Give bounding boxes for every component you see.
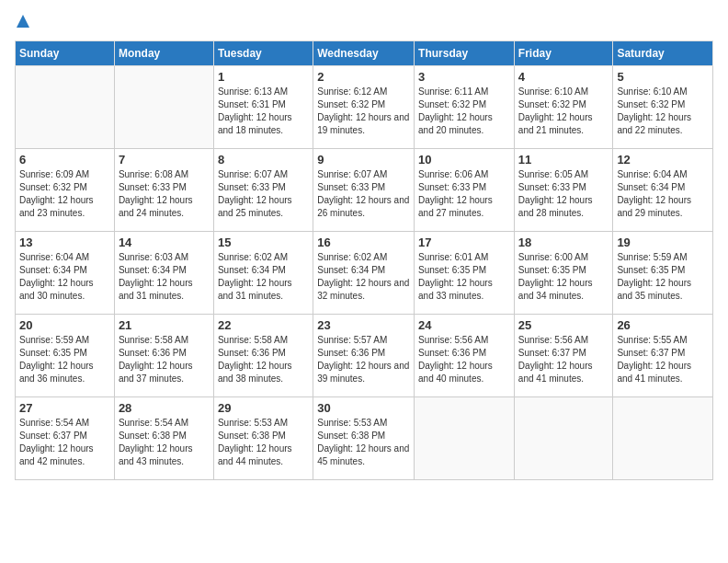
- calendar-cell: 20Sunrise: 5:59 AMSunset: 6:35 PMDayligh…: [16, 314, 115, 396]
- calendar-cell: 7Sunrise: 6:08 AMSunset: 6:33 PMDaylight…: [114, 148, 213, 231]
- calendar-cell: 11Sunrise: 6:05 AMSunset: 6:33 PMDayligh…: [514, 148, 613, 231]
- day-info: Sunrise: 6:10 AMSunset: 6:32 PMDaylight:…: [518, 86, 609, 137]
- day-info: Sunrise: 6:03 AMSunset: 6:34 PMDaylight:…: [119, 251, 210, 303]
- day-number: 8: [218, 153, 309, 167]
- day-info: Sunrise: 5:54 AMSunset: 6:38 PMDaylight:…: [119, 417, 210, 468]
- calendar-week-row: 27Sunrise: 5:54 AMSunset: 6:37 PMDayligh…: [16, 396, 713, 479]
- day-number: 14: [119, 236, 210, 249]
- day-number: 7: [119, 153, 210, 167]
- calendar-table: SundayMondayTuesdayWednesdayThursdayFrid…: [15, 40, 713, 480]
- day-number: 9: [317, 153, 410, 167]
- calendar-cell: 19Sunrise: 5:59 AMSunset: 6:35 PMDayligh…: [613, 231, 713, 314]
- calendar-cell: 27Sunrise: 5:54 AMSunset: 6:37 PMDayligh…: [16, 396, 115, 479]
- day-info: Sunrise: 5:53 AMSunset: 6:38 PMDaylight:…: [317, 417, 410, 468]
- day-info: Sunrise: 6:00 AMSunset: 6:35 PMDaylight:…: [518, 251, 609, 303]
- calendar-cell: 29Sunrise: 5:53 AMSunset: 6:38 PMDayligh…: [213, 396, 313, 479]
- day-info: Sunrise: 6:07 AMSunset: 6:33 PMDaylight:…: [218, 168, 309, 220]
- calendar-cell: 16Sunrise: 6:02 AMSunset: 6:34 PMDayligh…: [313, 231, 415, 314]
- calendar-header-saturday: Saturday: [613, 40, 713, 65]
- calendar-cell: 17Sunrise: 6:01 AMSunset: 6:35 PMDayligh…: [415, 231, 515, 314]
- calendar-cell: 2Sunrise: 6:12 AMSunset: 6:32 PMDaylight…: [313, 65, 415, 148]
- day-info: Sunrise: 5:59 AMSunset: 6:35 PMDaylight:…: [19, 334, 110, 385]
- day-info: Sunrise: 5:58 AMSunset: 6:36 PMDaylight:…: [218, 334, 309, 385]
- day-number: 3: [418, 70, 510, 84]
- calendar-cell: 15Sunrise: 6:02 AMSunset: 6:34 PMDayligh…: [213, 231, 313, 314]
- day-info: Sunrise: 6:06 AMSunset: 6:33 PMDaylight:…: [418, 168, 510, 220]
- day-info: Sunrise: 6:02 AMSunset: 6:34 PMDaylight:…: [218, 251, 309, 303]
- day-number: 18: [518, 236, 609, 249]
- day-number: 29: [218, 401, 309, 415]
- calendar-cell: 6Sunrise: 6:09 AMSunset: 6:32 PMDaylight…: [16, 148, 115, 231]
- calendar-cell: [114, 65, 213, 148]
- day-number: 2: [317, 70, 410, 84]
- day-number: 15: [218, 236, 309, 249]
- calendar-header-thursday: Thursday: [415, 40, 515, 65]
- day-number: 25: [518, 318, 609, 332]
- day-info: Sunrise: 6:04 AMSunset: 6:34 PMDaylight:…: [617, 168, 709, 220]
- day-info: Sunrise: 6:02 AMSunset: 6:34 PMDaylight:…: [317, 251, 410, 303]
- day-number: 16: [317, 236, 410, 249]
- day-number: 19: [617, 236, 709, 249]
- calendar-cell: 26Sunrise: 5:55 AMSunset: 6:37 PMDayligh…: [613, 314, 713, 396]
- calendar-cell: 13Sunrise: 6:04 AMSunset: 6:34 PMDayligh…: [16, 231, 115, 314]
- day-info: Sunrise: 5:56 AMSunset: 6:36 PMDaylight:…: [418, 334, 510, 385]
- day-number: 13: [19, 236, 110, 249]
- day-info: Sunrise: 6:09 AMSunset: 6:32 PMDaylight:…: [19, 168, 110, 220]
- calendar-week-row: 13Sunrise: 6:04 AMSunset: 6:34 PMDayligh…: [16, 231, 713, 314]
- calendar-cell: 28Sunrise: 5:54 AMSunset: 6:38 PMDayligh…: [114, 396, 213, 479]
- calendar-header-wednesday: Wednesday: [313, 40, 415, 65]
- calendar-cell: 5Sunrise: 6:10 AMSunset: 6:32 PMDaylight…: [613, 65, 713, 148]
- day-number: 10: [418, 153, 510, 167]
- day-number: 12: [617, 153, 709, 167]
- day-info: Sunrise: 6:08 AMSunset: 6:33 PMDaylight:…: [119, 168, 210, 220]
- day-number: 5: [617, 70, 709, 84]
- day-info: Sunrise: 6:07 AMSunset: 6:33 PMDaylight:…: [317, 168, 410, 220]
- day-number: 11: [518, 153, 609, 167]
- calendar-cell: 1Sunrise: 6:13 AMSunset: 6:31 PMDaylight…: [213, 65, 313, 148]
- day-info: Sunrise: 5:53 AMSunset: 6:38 PMDaylight:…: [218, 417, 309, 468]
- day-number: 17: [418, 236, 510, 249]
- day-number: 30: [317, 401, 410, 415]
- calendar-cell: [613, 396, 713, 479]
- day-number: 6: [19, 153, 110, 167]
- day-info: Sunrise: 5:59 AMSunset: 6:35 PMDaylight:…: [617, 251, 709, 303]
- day-info: Sunrise: 6:11 AMSunset: 6:32 PMDaylight:…: [418, 86, 510, 137]
- day-info: Sunrise: 5:54 AMSunset: 6:37 PMDaylight:…: [19, 417, 110, 468]
- day-info: Sunrise: 6:04 AMSunset: 6:34 PMDaylight:…: [19, 251, 110, 303]
- calendar-cell: 21Sunrise: 5:58 AMSunset: 6:36 PMDayligh…: [114, 314, 213, 396]
- day-number: 21: [119, 318, 210, 332]
- calendar-cell: 24Sunrise: 5:56 AMSunset: 6:36 PMDayligh…: [415, 314, 515, 396]
- calendar-cell: [415, 396, 515, 479]
- svg-marker-0: [17, 15, 29, 28]
- calendar-week-row: 20Sunrise: 5:59 AMSunset: 6:35 PMDayligh…: [16, 314, 713, 396]
- calendar-cell: 10Sunrise: 6:06 AMSunset: 6:33 PMDayligh…: [415, 148, 515, 231]
- logo-text: [15, 15, 29, 33]
- calendar-cell: 4Sunrise: 6:10 AMSunset: 6:32 PMDaylight…: [514, 65, 613, 148]
- day-info: Sunrise: 5:55 AMSunset: 6:37 PMDaylight:…: [617, 334, 709, 385]
- logo: [15, 15, 29, 33]
- calendar-cell: 14Sunrise: 6:03 AMSunset: 6:34 PMDayligh…: [114, 231, 213, 314]
- day-number: 24: [418, 318, 510, 332]
- page-header: [15, 15, 713, 33]
- calendar-header-tuesday: Tuesday: [213, 40, 313, 65]
- logo-triangle-icon: [17, 15, 29, 28]
- day-number: 23: [317, 318, 410, 332]
- day-number: 20: [19, 318, 110, 332]
- calendar-cell: 23Sunrise: 5:57 AMSunset: 6:36 PMDayligh…: [313, 314, 415, 396]
- calendar-week-row: 1Sunrise: 6:13 AMSunset: 6:31 PMDaylight…: [16, 65, 713, 148]
- calendar-header-row: SundayMondayTuesdayWednesdayThursdayFrid…: [16, 40, 713, 65]
- day-info: Sunrise: 5:56 AMSunset: 6:37 PMDaylight:…: [518, 334, 609, 385]
- day-info: Sunrise: 6:13 AMSunset: 6:31 PMDaylight:…: [218, 86, 309, 137]
- calendar-cell: [514, 396, 613, 479]
- day-number: 27: [19, 401, 110, 415]
- calendar-cell: 12Sunrise: 6:04 AMSunset: 6:34 PMDayligh…: [613, 148, 713, 231]
- calendar-cell: 22Sunrise: 5:58 AMSunset: 6:36 PMDayligh…: [213, 314, 313, 396]
- day-info: Sunrise: 5:58 AMSunset: 6:36 PMDaylight:…: [119, 334, 210, 385]
- day-number: 1: [218, 70, 309, 84]
- calendar-header-friday: Friday: [514, 40, 613, 65]
- calendar-cell: 30Sunrise: 5:53 AMSunset: 6:38 PMDayligh…: [313, 396, 415, 479]
- calendar-cell: 18Sunrise: 6:00 AMSunset: 6:35 PMDayligh…: [514, 231, 613, 314]
- day-number: 28: [119, 401, 210, 415]
- calendar-header-sunday: Sunday: [16, 40, 115, 65]
- calendar-cell: 25Sunrise: 5:56 AMSunset: 6:37 PMDayligh…: [514, 314, 613, 396]
